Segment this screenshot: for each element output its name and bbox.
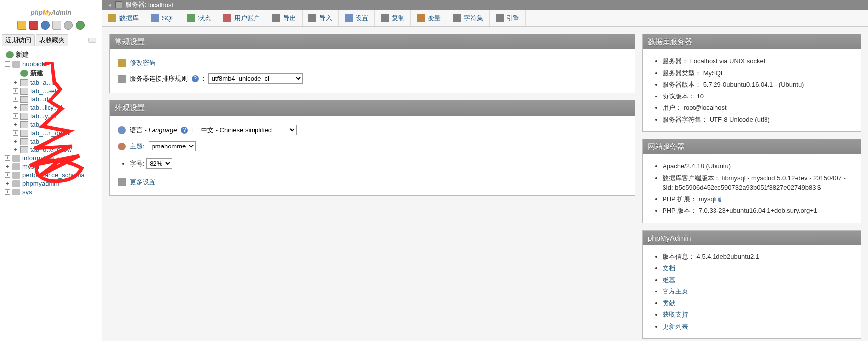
tree-table[interactable]: +tab_...n_detail <box>2 129 102 137</box>
breadcrumb-server[interactable]: localhost <box>148 1 173 9</box>
theme-select[interactable]: pmahomme <box>149 141 196 151</box>
expand-icon[interactable]: + <box>5 189 10 195</box>
database-icon <box>12 155 20 162</box>
expand-icon[interactable]: + <box>13 88 18 94</box>
expand-icon[interactable]: + <box>13 139 18 144</box>
menu-users[interactable]: 用户账户 <box>217 10 266 26</box>
db-label: mysql <box>22 163 39 170</box>
reload-icon[interactable] <box>76 21 85 30</box>
tree-db[interactable]: +phpmyadmin <box>2 179 102 188</box>
new-icon <box>6 51 14 58</box>
menu-variables[interactable]: 变量 <box>411 10 447 26</box>
panel-title: 数据库服务器 <box>643 34 861 49</box>
menu-export[interactable]: 导出 <box>266 10 303 26</box>
menu-label: 数据库 <box>119 14 139 23</box>
expand-icon[interactable]: + <box>13 80 18 85</box>
tree-table[interactable]: +tab...licy...d <box>2 103 102 112</box>
nav-settings-icon[interactable] <box>64 21 73 30</box>
menu-sql[interactable]: SQL <box>145 10 181 26</box>
menu-replication[interactable]: 复制 <box>375 10 411 26</box>
tab-favorites[interactable]: 表收藏夹 <box>36 34 68 46</box>
link-row: 获取支持 <box>663 309 853 321</box>
table-label: tab_a...in <box>30 79 57 86</box>
tree-db[interactable]: +mysql <box>2 162 102 171</box>
pma-link[interactable]: 更新列表 <box>663 323 688 330</box>
expand-icon[interactable]: + <box>5 155 10 161</box>
tree-new[interactable]: 新建 <box>2 50 102 60</box>
panel-title: 网站服务器 <box>643 139 861 154</box>
panel-title: 外观设置 <box>110 100 635 116</box>
font-size-row: 字号: 82% <box>130 156 627 171</box>
tree-db-new[interactable]: 新建 <box>2 68 102 78</box>
docs-icon[interactable] <box>41 21 50 30</box>
info-row: 服务器字符集： UTF-8 Unicode (utf8) <box>663 114 853 126</box>
tree-table[interactable]: +tab_...sets <box>2 87 102 95</box>
table-icon <box>20 138 28 145</box>
list-icon <box>118 75 126 83</box>
pma-link[interactable]: 官方主页 <box>663 288 688 295</box>
expand-icon[interactable]: + <box>13 147 18 152</box>
query-window-icon[interactable] <box>52 21 61 30</box>
sql-icon <box>151 14 159 22</box>
tree-table[interactable]: +tab_u..er.ollow <box>2 146 102 154</box>
info-row: 服务器类型： MySQL <box>663 67 853 79</box>
expand-icon[interactable]: + <box>5 181 10 186</box>
tree-table[interactable]: +tab_... <box>2 137 102 146</box>
pma-link[interactable]: 维基 <box>663 276 675 284</box>
help-icon[interactable]: ? <box>718 197 721 202</box>
table-label: tab...licy...d <box>30 104 62 111</box>
menu-charsets[interactable]: 字符集 <box>447 10 490 26</box>
tree-db[interactable]: +sys <box>2 188 102 196</box>
language-select[interactable]: 中文 - Chinese simplified <box>198 125 297 135</box>
tree-table[interactable]: +tab_a...in <box>2 78 102 87</box>
tree-db[interactable]: +performance_schema <box>2 171 102 179</box>
collation-label: 服务器连接排序规则 <box>130 74 188 83</box>
variables-icon <box>417 14 425 22</box>
gear-icon <box>118 178 126 186</box>
pma-link[interactable]: 贡献 <box>663 299 675 307</box>
menu-settings[interactable]: 设置 <box>339 10 375 26</box>
table-label: tab_...n_detail <box>30 129 71 137</box>
tree-table[interactable]: +tab_t... <box>2 120 102 129</box>
pma-link[interactable]: 获取支持 <box>663 311 688 318</box>
menu-label: 引擎 <box>507 14 519 23</box>
more-settings-link[interactable]: 更多设置 <box>130 178 155 187</box>
collation-select[interactable]: utf8mb4_unicode_ci <box>208 73 303 84</box>
tree-db[interactable]: +information_s...ma <box>2 154 102 162</box>
expand-icon[interactable]: + <box>13 97 18 102</box>
databases-icon <box>108 14 116 22</box>
help-icon[interactable]: ? <box>192 75 199 82</box>
expand-icon[interactable]: + <box>13 130 18 136</box>
new-icon <box>20 70 28 77</box>
help-icon[interactable]: ? <box>181 127 188 134</box>
expand-icon[interactable]: + <box>13 113 18 119</box>
theme-label[interactable]: 主题: <box>130 142 145 151</box>
table-icon <box>20 79 28 86</box>
menu-import[interactable]: 导入 <box>303 10 339 26</box>
link-row: 维基 <box>663 274 853 286</box>
expand-icon[interactable]: + <box>5 172 10 178</box>
menu-databases[interactable]: 数据库 <box>102 10 145 26</box>
server-icon <box>115 1 122 8</box>
menu-label: 变量 <box>428 14 441 23</box>
tab-recent[interactable]: 近期访问 <box>2 34 35 46</box>
expand-icon[interactable]: + <box>13 122 18 127</box>
table-icon <box>20 96 28 103</box>
table-icon <box>20 130 28 137</box>
logout-icon[interactable] <box>29 21 38 30</box>
menu-label: 用户账户 <box>234 14 260 23</box>
tree-table[interactable]: +tab...y...d <box>2 112 102 120</box>
pma-link[interactable]: 文档 <box>663 264 675 272</box>
menu-status[interactable]: 状态 <box>181 10 217 26</box>
expand-icon[interactable]: + <box>5 164 10 169</box>
table-label: tab...y...d <box>30 112 56 120</box>
collapse-icon[interactable]: − <box>5 61 10 67</box>
menu-engines[interactable]: 引擎 <box>490 10 526 26</box>
tree-db-huobidb[interactable]: −huobidb <box>2 60 102 68</box>
change-password-link[interactable]: 修改密码 <box>130 58 155 67</box>
tree-table[interactable]: +tab...der <box>2 95 102 103</box>
home-icon[interactable] <box>17 21 26 30</box>
link-icon[interactable] <box>88 38 96 43</box>
fontsize-select[interactable]: 82% <box>146 158 172 169</box>
expand-icon[interactable]: + <box>13 105 18 110</box>
